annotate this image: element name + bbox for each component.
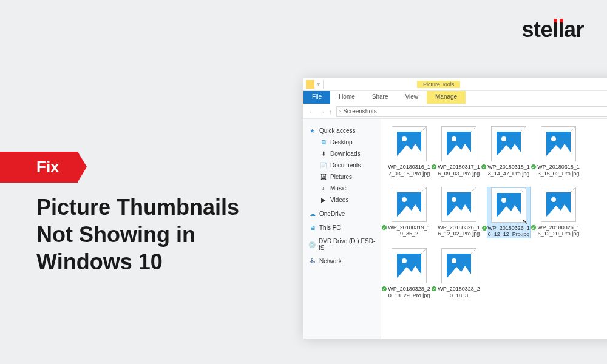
svg-point-28 (452, 258, 456, 263)
file-item[interactable]: WP_20180319_19_35_2✓ (387, 187, 431, 239)
desktop-icon: 🖥 (319, 138, 327, 146)
pictures-icon: 🖼 (319, 173, 327, 181)
sidebar-desktop[interactable]: 🖥Desktop (304, 136, 381, 148)
file-name: WP_20180328_20_18_29_Pro.jpg✓ (387, 286, 431, 299)
sidebar-label: Music (330, 185, 346, 192)
svg-point-10 (551, 136, 556, 141)
tab-view[interactable]: View (397, 91, 427, 104)
sidebar-quick-access[interactable]: ★Quick access (304, 125, 381, 136)
svg-point-1 (402, 136, 407, 141)
sidebar-network[interactable]: 🖧Network (304, 255, 381, 267)
sidebar-label: Desktop (330, 139, 353, 146)
tab-home[interactable]: Home (330, 91, 364, 104)
sidebar-dvd[interactable]: 💿DVD Drive (D:) ESD-IS (304, 236, 381, 253)
files-pane[interactable]: WP_20180316_17_03_15_Pro.jpgWP_20180317_… (381, 119, 607, 339)
file-item[interactable]: WP_20180326_16_12_20_Pro.jpg✓ (537, 187, 580, 239)
back-button[interactable]: ← (308, 108, 315, 115)
svg-point-7 (501, 136, 506, 141)
sidebar-pictures[interactable]: 🖼Pictures (304, 171, 381, 183)
sidebar-onedrive[interactable]: ☁OneDrive (304, 208, 381, 220)
file-name: WP_20180319_19_35_2✓ (387, 224, 431, 238)
svg-point-16 (452, 197, 456, 202)
file-item[interactable]: WP_20180318_13_14_47_Pro.jpg✓ (487, 126, 531, 177)
svg-point-19 (501, 198, 506, 203)
file-name: WP_20180326_16_12_12_Pro.jpg✓ (487, 225, 530, 238)
file-name: WP_20180326_16_12_20_Pro.jpg✓ (537, 224, 580, 238)
titlebar: ▾ Picture Tools (304, 78, 607, 91)
fix-badge: Fix (0, 152, 78, 183)
sync-check-icon: ✓ (481, 225, 487, 231)
ribbon-tabs: File Home Share View Manage (304, 91, 607, 104)
tab-manage[interactable]: Manage (427, 91, 466, 104)
sync-check-icon: ✓ (531, 224, 537, 231)
file-item[interactable]: WP_20180328_20_18_3✓ (437, 248, 481, 299)
file-explorer-window: ▾ Picture Tools File Home Share View Man… (304, 78, 607, 339)
sidebar-label: DVD Drive (D:) ESD-IS (319, 238, 376, 251)
sync-check-icon: ✓ (381, 224, 387, 231)
sidebar-downloads[interactable]: ⬇Downloads (304, 148, 381, 160)
sidebar-label: Downloads (330, 150, 360, 157)
sync-check-icon: ✓ (531, 164, 537, 170)
file-thumbnail (441, 126, 476, 161)
file-thumbnail (392, 248, 427, 283)
sync-check-icon: ✓ (431, 164, 437, 170)
disc-icon: 💿 (308, 241, 316, 249)
file-item[interactable]: WP_20180328_20_18_29_Pro.jpg✓ (387, 248, 431, 299)
forward-button[interactable]: → (319, 108, 325, 115)
file-name: WP_20180317_16_09_03_Pro.jpg✓ (437, 164, 481, 177)
file-thumbnail (441, 248, 476, 283)
tab-file[interactable]: File (304, 91, 330, 104)
file-item[interactable]: WP_20180318_13_15_02_Pro.jpg✓ (537, 126, 580, 177)
address-input[interactable]: › Screenshots (336, 106, 608, 117)
documents-icon: 📄 (319, 161, 327, 169)
sidebar-label: OneDrive (319, 211, 345, 217)
qat-dropdown-icon[interactable]: ▾ (317, 80, 320, 88)
downloads-icon: ⬇ (319, 150, 327, 158)
file-item[interactable]: WP_20180326_16_12_02_Pro.jpg (437, 187, 481, 239)
breadcrumb-folder[interactable]: Screenshots (343, 108, 377, 115)
headline: Picture Thumbnails Not Showing in Window… (36, 194, 279, 275)
stellar-logo: stellar (521, 17, 584, 42)
sidebar-label: Pictures (330, 174, 352, 180)
file-thumbnail (541, 126, 576, 161)
sync-check-icon: ✓ (481, 164, 487, 170)
sidebar-label: This PC (319, 224, 341, 231)
file-thumbnail (392, 187, 427, 222)
file-name: WP_20180328_20_18_3✓ (437, 286, 481, 299)
svg-point-13 (402, 197, 407, 202)
svg-point-22 (551, 197, 556, 202)
file-thumbnail: ↖ (491, 187, 526, 223)
file-item[interactable]: WP_20180316_17_03_15_Pro.jpg (387, 126, 431, 177)
sidebar-label: Videos (330, 197, 348, 203)
picture-tools-label: Picture Tools (417, 81, 460, 88)
chevron-icon: › (339, 109, 341, 114)
sync-check-icon: ✓ (381, 286, 387, 292)
sidebar-this-pc[interactable]: 🖥This PC (304, 222, 381, 234)
sidebar-music[interactable]: ♪Music (304, 183, 381, 194)
file-item[interactable]: WP_20180317_16_09_03_Pro.jpg✓ (437, 126, 481, 177)
file-name: WP_20180326_16_12_02_Pro.jpg (437, 224, 481, 238)
promo-text: Fix Picture Thumbnails Not Showing in Wi… (0, 152, 279, 275)
svg-point-25 (402, 258, 407, 263)
cloud-icon: ☁ (308, 210, 316, 218)
file-name: WP_20180318_13_15_02_Pro.jpg✓ (537, 164, 580, 177)
up-button[interactable]: ↑ (329, 108, 333, 115)
folder-icon (306, 80, 314, 89)
sidebar-documents[interactable]: 📄Documents (304, 160, 381, 171)
music-icon: ♪ (319, 184, 327, 192)
cursor-icon: ↖ (522, 217, 528, 226)
sidebar-label: Network (319, 258, 342, 265)
navigation-pane: ★Quick access 🖥Desktop ⬇Downloads 📄Docum… (304, 119, 381, 339)
sync-check-icon: ✓ (431, 286, 437, 292)
tab-share[interactable]: Share (364, 91, 397, 104)
star-icon: ★ (308, 127, 316, 135)
sidebar-label: Documents (330, 162, 361, 169)
network-icon: 🖧 (308, 257, 316, 265)
sidebar-videos[interactable]: ▶Videos (304, 194, 381, 206)
file-thumbnail (392, 126, 427, 161)
videos-icon: ▶ (319, 196, 327, 204)
file-thumbnail (541, 187, 576, 222)
pc-icon: 🖥 (308, 224, 316, 232)
file-name: WP_20180316_17_03_15_Pro.jpg (387, 164, 431, 177)
file-item[interactable]: ↖WP_20180326_16_12_12_Pro.jpg✓ (487, 187, 531, 239)
